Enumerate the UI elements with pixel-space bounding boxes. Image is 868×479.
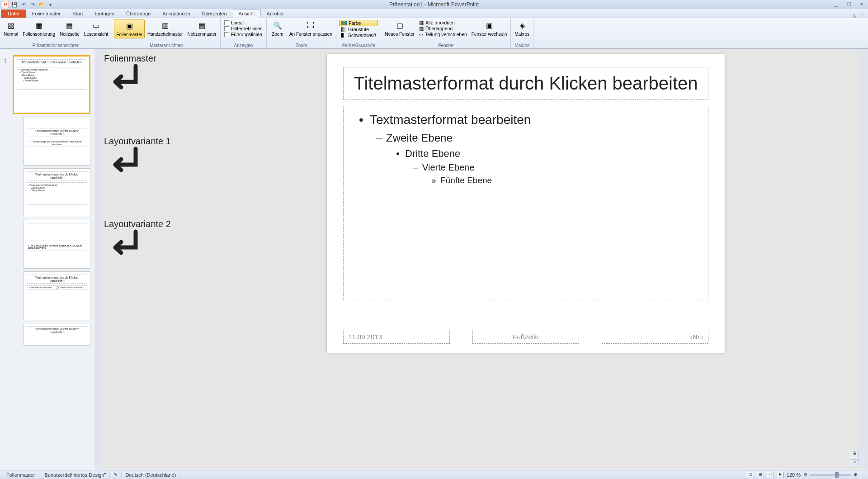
group-label: Farbe/Graustufe	[338, 43, 379, 48]
cascade-label: Überlappend	[425, 26, 453, 31]
notes-view-button[interactable]: ▤Notizseite	[58, 19, 81, 38]
date-placeholder[interactable]: 11.09.2013	[343, 330, 450, 344]
move-split-button[interactable]: ⇔Teilung verschieben	[418, 32, 468, 37]
arrange-label: Alle anordnen	[425, 20, 455, 25]
new-window-button[interactable]: ▢Neues Fenster	[383, 19, 416, 38]
sort-label: Foliensortierung	[23, 32, 55, 37]
thumb-title: Titelmasterformat durch Klicken bearbeit…	[27, 128, 87, 137]
switch-window-button[interactable]: ▣Fenster wechseln	[470, 19, 509, 38]
cascade-button[interactable]: ▧Überlappend	[418, 26, 468, 31]
thumb-title-caps: TITELMASTERFORMAT DURCH KLICKEN BEARBEIT…	[27, 243, 87, 251]
macros-button[interactable]: ◈Makros	[513, 19, 531, 38]
next-slide-button[interactable]: ⩒	[851, 459, 859, 466]
layout-thumbnail-4[interactable]: Titelmasterformat durch Klicken bearbeit…	[24, 271, 90, 320]
zoom-slider-thumb[interactable]	[835, 472, 839, 478]
new-window-label: Neues Fenster	[385, 32, 415, 37]
tab-ueberpruefen[interactable]: Überprüfen	[196, 9, 233, 18]
layout-thumbnail-2[interactable]: Titelmasterformat durch Klicken bearbeit…	[24, 168, 90, 217]
body-level-4[interactable]: Vierte Ebene	[413, 162, 697, 173]
reading-label: Leseansicht	[84, 32, 108, 37]
footer-placeholders: 11.09.2013 Fußzeile ‹Nr.›	[343, 330, 708, 344]
sorter-view-icon[interactable]: ▦	[757, 472, 764, 478]
slidemaster-button[interactable]: ▣Folienmaster	[114, 19, 145, 38]
body-level-5[interactable]: Fünfte Ebene	[431, 175, 697, 185]
layout-thumbnail-1[interactable]: Titelmasterformat durch Klicken bearbeit…	[24, 117, 90, 166]
tab-folienmaster[interactable]: Folienmaster	[26, 9, 67, 18]
guides-checkbox[interactable]: Führungslinien	[223, 32, 264, 37]
zoom-button[interactable]: 🔍Zoom	[269, 19, 287, 38]
zoom-slider[interactable]	[810, 474, 851, 476]
grid-label: Gitternetzlinien	[231, 26, 263, 31]
ruler-checkbox[interactable]: Lineal	[223, 20, 264, 25]
tab-file[interactable]: Datei	[1, 9, 26, 18]
zoom-icon: 🔍	[272, 20, 283, 31]
body-placeholder[interactable]: Textmasterformat bearbeiten Zweite Ebene…	[343, 106, 708, 300]
tab-acrobat[interactable]: Acrobat	[261, 9, 290, 18]
powerpoint-icon: P	[2, 1, 9, 8]
bw-button[interactable]: Schwarzweiß	[339, 33, 378, 38]
slide-canvas[interactable]: Titelmasterformat durch Klicken bearbeit…	[327, 54, 725, 353]
tab-uebergaenge[interactable]: Übergänge	[120, 9, 156, 18]
reading-view-button[interactable]: ▭Leseansicht	[82, 19, 110, 38]
footer-placeholder[interactable]: Fußzeile	[472, 330, 579, 344]
annotation-column: Folienmaster Layoutvariante 1 Layoutvari…	[102, 49, 184, 470]
color-icon	[341, 21, 347, 25]
thumb-body: • Textmasterformat bearbeiten – Zweite E…	[17, 67, 86, 90]
tab-start[interactable]: Start	[66, 9, 89, 18]
grid-checkbox[interactable]: Gitternetzlinien	[223, 26, 264, 31]
group-label: Zoom	[269, 43, 334, 48]
fit-window-button[interactable]: ⛶An Fenster anpassen	[288, 19, 334, 38]
save-icon[interactable]: 💾	[11, 1, 18, 8]
redo-icon[interactable]: ↷	[29, 1, 36, 8]
reading-view-icon[interactable]: ▭	[767, 472, 774, 478]
tab-animationen[interactable]: Animationen	[156, 9, 196, 18]
notesmaster-icon: ▤	[197, 20, 208, 31]
thumb-number: 1	[4, 58, 7, 63]
grayscale-button[interactable]: Graustufe	[339, 27, 378, 32]
body-level-3[interactable]: Dritte Ebene	[396, 148, 697, 160]
handoutmaster-button[interactable]: ▥Handzettelmaster	[146, 19, 184, 38]
close-button[interactable]: ✕	[857, 1, 866, 8]
slide-nav-buttons: ≜ ⩒	[851, 451, 859, 466]
sort-view-button[interactable]: ▦Foliensortierung	[21, 19, 57, 38]
prev-slide-button[interactable]: ≜	[851, 451, 859, 458]
group-macros: ◈Makros Makros	[511, 18, 533, 48]
body-level-2[interactable]: Zweite Ebene	[376, 132, 697, 144]
arrange-all-button[interactable]: ▦Alle anordnen	[418, 20, 468, 25]
help-icon[interactable]: ❔	[859, 13, 864, 18]
status-language[interactable]: Deutsch (Deutschland)	[122, 472, 180, 478]
normal-view-button[interactable]: ▧Normal	[2, 19, 20, 38]
restore-button[interactable]: ❐	[844, 1, 854, 8]
normal-view-icon[interactable]: ▢	[747, 472, 754, 478]
minimize-button[interactable]: ▁	[832, 1, 841, 8]
status-spellcheck-icon[interactable]: ✎	[110, 472, 122, 478]
status-bar: Folienmaster "Benutzerdefiniertes Design…	[0, 470, 868, 479]
notesmaster-button[interactable]: ▤Notizenmaster	[185, 19, 218, 38]
thumbnail-panel[interactable]: 1 Titelmasterformat durch Klicken bearbe…	[0, 49, 102, 470]
master-thumbnail[interactable]: 1 Titelmasterformat durch Klicken bearbe…	[13, 55, 90, 114]
layout-thumbnail-3[interactable]: TITELMASTERFORMAT DURCH KLICKEN BEARBEIT…	[24, 220, 90, 269]
status-right: ▢ ▦ ▭ ▶ 120 % ⊖ ⊕ ⛶	[747, 472, 865, 478]
zoom-percent[interactable]: 120 %	[787, 472, 801, 478]
thumbnail-scrollbar[interactable]	[94, 49, 102, 470]
title-placeholder[interactable]: Titelmasterformat durch Klicken bearbeit…	[343, 67, 708, 100]
layout-thumbnail-5[interactable]: Titelmasterformat durch Klicken bearbeit…	[24, 323, 90, 346]
slide-editor-area[interactable]: Titelmasterformat durch Klicken bearbeit…	[184, 49, 868, 470]
fit-to-window-button[interactable]: ⛶	[860, 472, 865, 478]
zoom-in-button[interactable]: ⊕	[854, 472, 858, 478]
slideshow-view-icon[interactable]: ▶	[777, 472, 784, 478]
open-icon[interactable]: 📂	[38, 1, 45, 8]
tab-einfuegen[interactable]: Einfügen	[89, 9, 120, 18]
group-window: ▢Neues Fenster ▦Alle anordnen ▧Überlappe…	[381, 18, 511, 48]
zoom-out-button[interactable]: ⊖	[803, 472, 807, 478]
body-level-1[interactable]: Textmasterformat bearbeiten	[359, 113, 697, 127]
qat-dropdown-icon[interactable]: ▾	[47, 1, 54, 8]
slidenumber-placeholder[interactable]: ‹Nr.›	[602, 330, 708, 344]
color-button[interactable]: Farbe	[339, 20, 378, 26]
minimize-ribbon-icon[interactable]: △	[853, 13, 856, 18]
undo-icon[interactable]: ↶	[20, 1, 27, 8]
tab-ansicht[interactable]: Ansicht	[233, 9, 261, 18]
arrow-icon	[104, 64, 140, 95]
slide-scrollbar-vertical[interactable]	[860, 49, 868, 470]
thumb-col-left: • Textmasterformat bearbeiten	[27, 285, 57, 289]
